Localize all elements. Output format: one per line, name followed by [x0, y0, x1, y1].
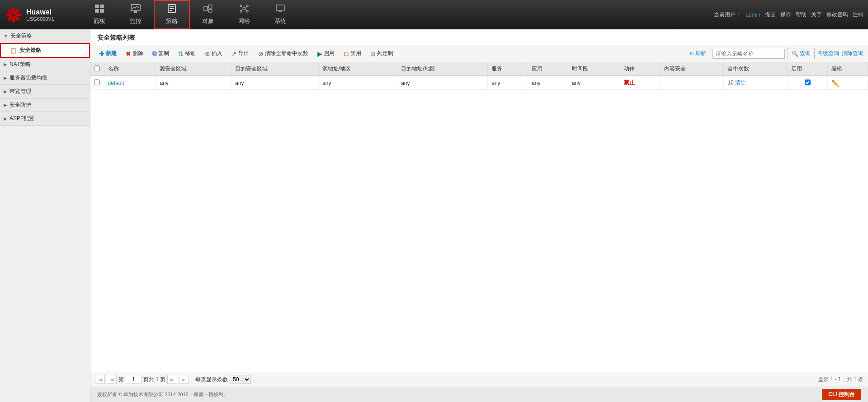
- action-value: 禁止: [624, 79, 635, 86]
- search-input[interactable]: [712, 49, 785, 59]
- object-icon: [203, 4, 213, 16]
- logout-btn[interactable]: 注销: [853, 11, 863, 19]
- enable-icon: ▶: [317, 50, 322, 57]
- delete-icon: ✖: [126, 50, 131, 57]
- sidebar-group-header-aspf[interactable]: ▶ ASPF配置: [0, 112, 90, 126]
- submit-btn[interactable]: 提交: [765, 11, 776, 19]
- sidebar-item-security-policy[interactable]: 📋 安全策略: [0, 43, 90, 58]
- sidebar-group-header-nat[interactable]: ▶ NAT策略: [0, 58, 90, 71]
- row-hit-count: 10 清除: [724, 76, 788, 90]
- col-dst-zone: 目的安全区域: [231, 62, 319, 76]
- row-checkbox-cell[interactable]: [90, 76, 104, 90]
- nav-item-dashboard[interactable]: 面板: [81, 0, 118, 29]
- insert-button[interactable]: ⊕ 插入: [201, 48, 226, 59]
- navbar-right: 当前用户：admin 提交 保存 帮助 关于 修改密码 注销: [714, 11, 863, 19]
- navbar: Huawei USG6000V1 面板 监控 策略 对象: [0, 0, 868, 29]
- row-edit-cell[interactable]: ✏️: [828, 76, 868, 90]
- change-password-btn[interactable]: 修改密码: [826, 11, 848, 19]
- sidebar-group-header-server-lb[interactable]: ▶ 服务器负载均衡: [0, 71, 90, 85]
- toolbar: ✚ 新建 ✖ 删除 ⧉ 复制 ⇅ 移动 ⊕ 插入 ↗ 导出: [90, 45, 868, 62]
- search-button[interactable]: 🔍 查询: [788, 48, 815, 59]
- system-icon: [275, 4, 285, 16]
- col-enabled: 启用: [788, 62, 828, 76]
- last-page-button[interactable]: ▶|: [179, 375, 189, 384]
- enable-button[interactable]: ▶ 启用: [313, 48, 339, 59]
- sidebar-group-label-bandwidth: 带宽管理: [9, 88, 31, 95]
- advanced-search-button[interactable]: 高级查询: [817, 50, 839, 57]
- col-content-security: 内容安全: [660, 62, 724, 76]
- per-page-select[interactable]: 10 20 50 100: [230, 375, 251, 384]
- new-icon: ✚: [99, 50, 104, 57]
- sidebar-group-server-lb: ▶ 服务器负载均衡: [0, 71, 90, 85]
- dashboard-icon: [94, 4, 104, 16]
- clear-search-button[interactable]: 清除查询: [842, 50, 863, 57]
- footer-bar: 版权所有 © 华为技术有限公司 2014-2015，保留一切权利。 CLI 控制…: [90, 387, 868, 402]
- insert-icon: ⊕: [205, 50, 210, 57]
- security-protection-expand-icon: ▶: [4, 103, 7, 108]
- current-user-value[interactable]: admin: [745, 12, 760, 18]
- row-action: 禁止: [620, 76, 660, 90]
- table-body: default any any any any any any any 禁止 1…: [90, 76, 868, 90]
- next-page-button[interactable]: ▶: [167, 375, 177, 384]
- nav-item-system[interactable]: 系统: [262, 0, 298, 29]
- clear-hits-button[interactable]: ⊘ 清除全部命中次数: [254, 48, 312, 59]
- about-btn[interactable]: 关于: [811, 11, 822, 19]
- table-row: default any any any any any any any 禁止 1…: [90, 76, 868, 90]
- column-button[interactable]: ⊞ 列定制: [366, 48, 397, 59]
- new-button[interactable]: ✚ 新建: [95, 48, 121, 59]
- nav-item-network[interactable]: 网络: [226, 0, 262, 29]
- row-enabled-cell[interactable]: [788, 76, 828, 90]
- export-button[interactable]: ↗ 导出: [227, 48, 253, 59]
- row-name[interactable]: default: [104, 76, 156, 90]
- select-all-header[interactable]: [90, 62, 104, 76]
- col-application: 应用: [528, 62, 568, 76]
- brand: Huawei USG6000V1: [5, 7, 72, 23]
- nav-item-monitor[interactable]: 监控: [118, 0, 154, 29]
- nav-label-system: 系统: [274, 17, 286, 25]
- refresh-button[interactable]: ↻ 刷新: [686, 48, 710, 59]
- row-dst-zone: any: [231, 76, 319, 90]
- svg-line-31: [245, 9, 246, 11]
- row-service: any: [488, 76, 528, 90]
- sidebar-group-header-security-protection[interactable]: ▶ 安全防护: [0, 98, 90, 112]
- row-application: any: [528, 76, 568, 90]
- sidebar-group-header-security-policy[interactable]: ▼ 安全策略: [0, 29, 90, 43]
- disable-button[interactable]: ⊟ 禁用: [340, 48, 365, 59]
- sidebar-group-security-policy: ▼ 安全策略 📋 安全策略: [0, 29, 90, 58]
- svg-line-30: [242, 9, 243, 11]
- move-button[interactable]: ⇅ 移动: [174, 48, 200, 59]
- row-src-addr: any: [319, 76, 397, 90]
- col-src-addr: 源地址/地区: [319, 62, 397, 76]
- current-user-label: 当前用户：: [714, 11, 741, 19]
- svg-rect-22: [208, 9, 212, 12]
- sidebar-group-bandwidth: ▶ 带宽管理: [0, 85, 90, 98]
- column-icon: ⊞: [370, 50, 376, 57]
- per-page-label: 每页显示条数: [195, 376, 228, 383]
- row-enabled-checkbox[interactable]: [805, 79, 811, 85]
- first-page-button[interactable]: |◀: [95, 375, 105, 384]
- save-btn[interactable]: 保存: [780, 11, 791, 19]
- policy-name-link[interactable]: default: [108, 80, 124, 86]
- svg-rect-20: [204, 6, 208, 11]
- main-layout: ▼ 安全策略 📋 安全策略 ▶ NAT策略 ▶ 服务器负载均衡 ▶ 带宽管理: [0, 29, 868, 402]
- sidebar-group-security-protection: ▶ 安全防护: [0, 98, 90, 112]
- sidebar-group-header-bandwidth[interactable]: ▶ 带宽管理: [0, 85, 90, 98]
- page-input[interactable]: [126, 375, 142, 384]
- row-content-security: [660, 76, 724, 90]
- nav-item-object[interactable]: 对象: [190, 0, 226, 29]
- clear-hit-count-link[interactable]: 清除: [735, 79, 746, 86]
- col-action: 动作: [620, 62, 660, 76]
- cli-console-button[interactable]: CLI 控制台: [822, 389, 861, 400]
- svg-point-27: [246, 10, 248, 12]
- prev-page-button[interactable]: ◀: [107, 375, 117, 384]
- refresh-icon: ↻: [689, 51, 694, 57]
- help-btn[interactable]: 帮助: [796, 11, 807, 19]
- delete-button[interactable]: ✖ 删除: [122, 48, 147, 59]
- row-checkbox[interactable]: [94, 79, 100, 85]
- select-all-checkbox[interactable]: [94, 65, 100, 71]
- huawei-logo-icon: [5, 7, 23, 23]
- row-edit-button[interactable]: ✏️: [831, 79, 839, 87]
- copy-button[interactable]: ⧉ 复制: [148, 48, 173, 59]
- nav-item-policy[interactable]: 策略: [154, 0, 190, 29]
- content-area: 安全策略列表 ✚ 新建 ✖ 删除 ⧉ 复制 ⇅ 移动 ⊕ 插入: [90, 29, 868, 402]
